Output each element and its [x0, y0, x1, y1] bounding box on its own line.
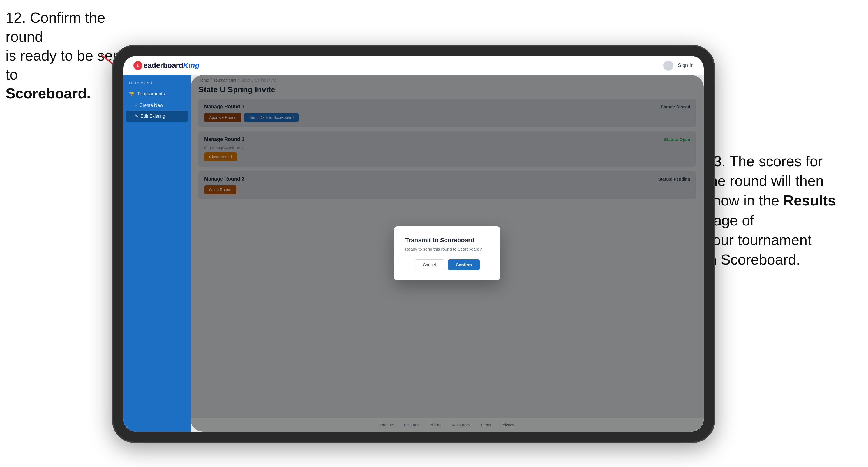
nav-right: Sign In — [663, 61, 693, 71]
sidebar-item-edit-existing[interactable]: ✎ Edit Existing — [126, 111, 188, 122]
modal-confirm-button[interactable]: Confirm — [448, 259, 480, 270]
transmit-modal: Transmit to Scoreboard Ready to send thi… — [394, 226, 500, 280]
sidebar-create-label: Create New — [140, 103, 163, 108]
logo-text: eaderboardKing — [144, 61, 199, 70]
logo-area: L eaderboardKing — [133, 61, 199, 70]
tablet-device: L eaderboardKing Sign In MAIN MENU 🏆 — [112, 45, 715, 443]
edit-icon: ✎ — [134, 114, 138, 119]
logo-leaderboard: eaderboard — [144, 61, 183, 69]
trophy-icon: 🏆 — [129, 91, 134, 97]
logo-king: King — [183, 61, 199, 69]
modal-cancel-button[interactable]: Cancel — [415, 259, 444, 270]
logo-badge: L — [133, 61, 143, 70]
instruction-line3: Scoreboard. — [6, 85, 91, 101]
instruction-bottom-l3: show in the — [705, 192, 779, 209]
sidebar-item-create-new[interactable]: + Create New — [123, 100, 191, 111]
content-area: Home / Tournaments / State U Spring Invi… — [191, 75, 704, 432]
modal-title: Transmit to Scoreboard — [405, 237, 489, 244]
instruction-results-bold: Results — [783, 192, 836, 209]
sidebar-tournaments-label: Tournaments — [137, 91, 165, 97]
modal-subtitle: Ready to send this round to Scoreboard? — [405, 247, 489, 251]
tablet-screen: L eaderboardKing Sign In MAIN MENU 🏆 — [123, 56, 704, 432]
instruction-bottom: 13. The scores for the round will then s… — [705, 151, 851, 269]
sign-in-button[interactable]: Sign In — [678, 63, 693, 68]
instruction-line1: 12. Confirm the round — [6, 9, 105, 45]
sidebar-label: MAIN MENU — [123, 81, 191, 88]
app-container: L eaderboardKing Sign In MAIN MENU 🏆 — [123, 56, 704, 432]
modal-overlay: Transmit to Scoreboard Ready to send thi… — [191, 75, 704, 432]
sidebar: MAIN MENU 🏆 Tournaments + Create New ✎ E… — [123, 75, 191, 432]
instruction-bottom-l1: 13. The scores for — [705, 153, 823, 169]
instruction-bottom-l5: your tournament — [705, 232, 812, 248]
sidebar-item-tournaments[interactable]: 🏆 Tournaments — [123, 88, 191, 100]
instruction-bottom-l2: the round will then — [705, 173, 824, 189]
instruction-line2: is ready to be sent to — [6, 48, 125, 83]
plus-icon: + — [134, 103, 137, 108]
instruction-bottom-l6: in Scoreboard. — [705, 251, 800, 268]
top-nav: L eaderboardKing Sign In — [123, 56, 704, 75]
main-layout: MAIN MENU 🏆 Tournaments + Create New ✎ E… — [123, 75, 704, 432]
user-avatar-icon — [663, 61, 674, 71]
modal-actions: Cancel Confirm — [405, 259, 489, 270]
sidebar-edit-label: Edit Existing — [141, 114, 165, 119]
